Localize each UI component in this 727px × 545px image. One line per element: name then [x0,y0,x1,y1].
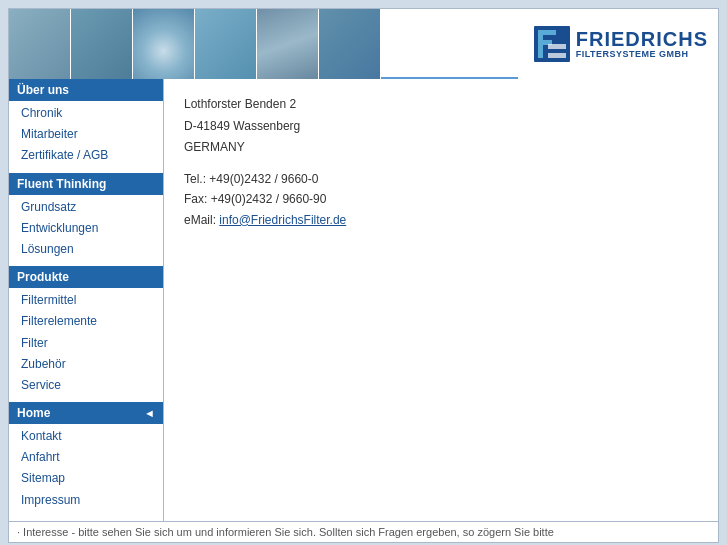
nav-section-ueber-uns[interactable]: Über uns [9,79,163,101]
sidebar: Über uns Chronik Mitarbeiter Zertifikate… [9,79,164,521]
nav-link-entwicklungen[interactable]: Entwicklungen [9,218,163,239]
svg-rect-4 [548,44,566,49]
bottom-bar: · Interesse - bitte sehen Sie sich um un… [9,521,718,542]
email-line: eMail: info@FriedrichsFilter.de [184,210,698,230]
nav-link-filtermittel[interactable]: Filtermittel [9,290,163,311]
bottom-bar-text: · Interesse - bitte sehen Sie sich um un… [17,526,554,538]
header-images [9,9,518,77]
main-layout: Über uns Chronik Mitarbeiter Zertifikate… [9,79,718,521]
logo-text: FRIEDRICHS FILTERSYSTEME GMBH [576,28,708,60]
nav-link-mitarbeiter[interactable]: Mitarbeiter [9,124,163,145]
header-img-5 [257,9,319,79]
contact-block: Lothforster Benden 2 D-41849 Wassenberg … [184,94,698,230]
page-wrapper: FRIEDRICHS FILTERSYSTEME GMBH Über uns C… [0,0,727,545]
nav-link-zertifikate[interactable]: Zertifikate / AGB [9,145,163,166]
nav-section-fluent-thinking[interactable]: Fluent Thinking [9,173,163,195]
address-line2: D-41849 Wassenberg [184,116,698,138]
nav-link-zubehoer[interactable]: Zubehör [9,354,163,375]
nav-section-fluent-thinking-label: Fluent Thinking [17,177,106,191]
header-img-2 [71,9,133,79]
nav-section-produkte[interactable]: Produkte [9,266,163,288]
address-line3: GERMANY [184,137,698,159]
nav-section-produkte-label: Produkte [17,270,69,284]
nav-link-filter[interactable]: Filter [9,333,163,354]
logo-sub: FILTERSYSTEME GMBH [576,50,708,60]
contact-info-block: Tel.: +49(0)2432 / 9660-0 Fax: +49(0)243… [184,169,698,230]
company-logo-icon [534,26,570,62]
nav-link-impressum[interactable]: Impressum [9,490,163,511]
nav-section-ueber-uns-label: Über uns [17,83,69,97]
email-label: eMail: [184,213,219,227]
content-area: Lothforster Benden 2 D-41849 Wassenberg … [164,79,718,521]
nav-link-kontakt[interactable]: Kontakt [9,426,163,447]
fax-line: Fax: +49(0)2432 / 9660-90 [184,189,698,209]
nav-link-grundsatz[interactable]: Grundsatz [9,197,163,218]
email-link[interactable]: info@FriedrichsFilter.de [219,213,346,227]
header-img-1 [9,9,71,79]
header-logo: FRIEDRICHS FILTERSYSTEME GMBH [518,9,718,79]
inner-wrapper: FRIEDRICHS FILTERSYSTEME GMBH Über uns C… [8,8,719,543]
header-img-6 [319,9,381,79]
home-arrow-icon: ◄ [144,407,155,419]
svg-rect-5 [548,53,566,58]
logo-brand: FRIEDRICHS [576,28,708,50]
nav-section-home-label: Home [17,406,50,420]
nav-link-filterelemente[interactable]: Filterelemente [9,311,163,332]
header-img-3 [133,9,195,79]
header-img-4 [195,9,257,79]
nav-section-home[interactable]: Home ◄ [9,402,163,424]
address-block: Lothforster Benden 2 D-41849 Wassenberg … [184,94,698,159]
nav-link-loesungen[interactable]: Lösungen [9,239,163,260]
nav-link-anfahrt[interactable]: Anfahrt [9,447,163,468]
nav-link-chronik[interactable]: Chronik [9,103,163,124]
address-line1: Lothforster Benden 2 [184,94,698,116]
header: FRIEDRICHS FILTERSYSTEME GMBH [9,9,718,79]
nav-link-sitemap[interactable]: Sitemap [9,468,163,489]
tel-line: Tel.: +49(0)2432 / 9660-0 [184,169,698,189]
nav-link-service[interactable]: Service [9,375,163,396]
logo-content: FRIEDRICHS FILTERSYSTEME GMBH [534,26,708,62]
